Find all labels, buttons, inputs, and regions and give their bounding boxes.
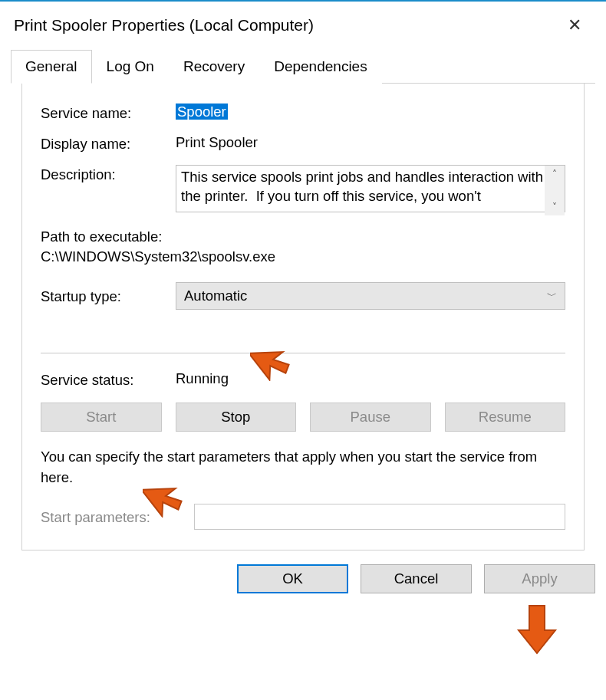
scroll-up-icon[interactable]: ˄ xyxy=(552,166,557,182)
cancel-button[interactable]: Cancel xyxy=(361,564,472,593)
ok-button[interactable]: OK xyxy=(237,564,348,593)
annotation-arrow-icon xyxy=(515,603,558,656)
display-name-label: Display name: xyxy=(41,134,176,153)
path-exec-label: Path to executable: xyxy=(41,228,565,245)
scroll-down-icon[interactable]: ˅ xyxy=(552,199,557,215)
start-params-label: Start parameters: xyxy=(41,508,194,526)
apply-button: Apply xyxy=(484,564,595,593)
service-control-row: Start Stop Pause Resume xyxy=(41,403,565,432)
divider xyxy=(41,353,565,353)
path-exec-value: C:\WINDOWS\System32\spoolsv.exe xyxy=(41,248,565,265)
window-title: Print Spooler Properties (Local Computer… xyxy=(14,16,314,35)
close-icon[interactable]: ✕ xyxy=(560,12,589,38)
resume-button: Resume xyxy=(445,403,566,432)
startup-type-value: Automatic xyxy=(184,288,247,304)
chevron-down-icon: ﹀ xyxy=(547,289,557,303)
tab-dependencies[interactable]: Dependencies xyxy=(259,50,381,84)
pause-button: Pause xyxy=(310,403,431,432)
description-label: Description: xyxy=(41,165,176,183)
tab-general[interactable]: General xyxy=(11,50,92,84)
start-button: Start xyxy=(41,403,162,432)
startup-type-select[interactable]: Automatic ﹀ xyxy=(176,282,565,310)
stop-button[interactable]: Stop xyxy=(176,403,297,432)
display-name-value: Print Spooler xyxy=(176,134,565,151)
tab-logon[interactable]: Log On xyxy=(92,50,169,84)
tab-strip: General Log On Recovery Dependencies xyxy=(11,49,595,84)
service-name-label: Service name: xyxy=(41,104,176,122)
service-status-label: Service status: xyxy=(41,370,176,389)
tab-recovery[interactable]: Recovery xyxy=(169,50,259,84)
start-params-input xyxy=(194,504,565,530)
description-box[interactable] xyxy=(176,165,565,212)
description-scrollbar[interactable]: ˄ ˅ xyxy=(545,166,565,215)
service-name-value: Spooler xyxy=(176,104,565,120)
start-params-help: You can specify the start parameters tha… xyxy=(41,447,565,488)
general-panel: Service name: Spooler Display name: Prin… xyxy=(21,84,585,550)
dialog-button-row: OK Cancel Apply xyxy=(0,550,606,606)
titlebar: Print Spooler Properties (Local Computer… xyxy=(0,2,606,49)
service-status-value: Running xyxy=(176,370,565,387)
startup-type-label: Startup type: xyxy=(41,287,176,305)
